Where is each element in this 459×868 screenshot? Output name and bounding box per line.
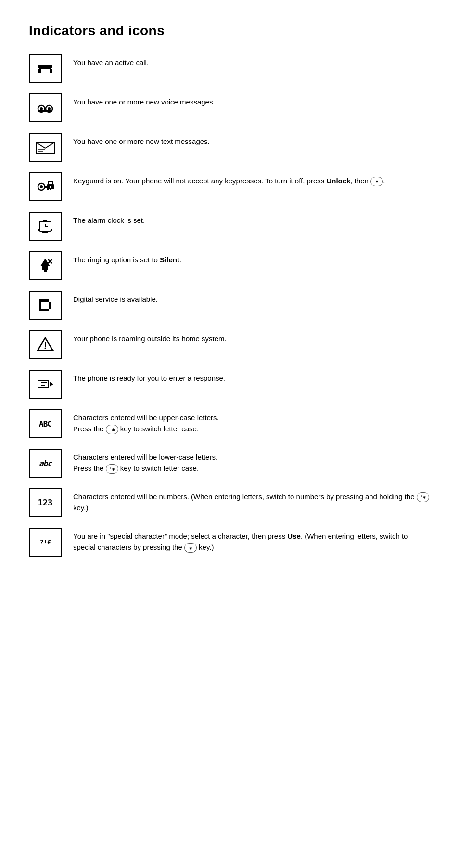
svg-rect-15 [38, 110, 41, 112]
indicator-list: You have an active call. You have one or… [29, 54, 430, 567]
svg-rect-50 [47, 299, 49, 302]
svg-rect-51 [47, 309, 49, 311]
svg-rect-48 [39, 299, 47, 302]
silent-desc: The ringing option is set to Silent. [73, 251, 430, 265]
silent-icon [29, 251, 62, 280]
hash-key-symbol-1: ⁰✱ [106, 425, 118, 434]
digital-icon [29, 291, 62, 320]
svg-rect-52 [49, 302, 51, 309]
svg-rect-3 [50, 65, 52, 67]
list-item: The alarm clock is set. [29, 212, 430, 241]
svg-rect-39 [42, 231, 48, 233]
list-item: Your phone is roaming outside its home s… [29, 330, 430, 359]
list-item: The phone is ready for you to enter a re… [29, 370, 430, 399]
svg-point-56 [45, 348, 46, 349]
list-item: Digital service is available. [29, 291, 430, 320]
uppercase-icon: ABC [29, 409, 62, 438]
keyguard-desc: Keyguard is on. Your phone will not acce… [73, 172, 430, 186]
list-item: ABC Characters entered will be upper-cas… [29, 409, 430, 438]
svg-point-11 [40, 107, 43, 110]
svg-rect-31 [50, 186, 51, 188]
numbers-desc: Characters entered will be numbers. (Whe… [73, 488, 430, 514]
hash-key-symbol-3: ⁰✱ [417, 492, 429, 502]
svg-rect-38 [51, 229, 52, 231]
svg-rect-7 [38, 71, 41, 73]
special-chars-icon: ?!£ [29, 528, 62, 557]
active-call-icon [29, 54, 62, 83]
svg-rect-14 [41, 110, 49, 112]
star-key-symbol-2: ✱ [184, 543, 197, 553]
svg-point-13 [48, 107, 51, 110]
list-item: You have one or more new text messages. [29, 133, 430, 162]
svg-rect-49 [39, 309, 47, 311]
svg-rect-6 [50, 69, 52, 71]
response-icon [29, 370, 62, 399]
list-item: Keyguard is on. Your phone will not acce… [29, 172, 430, 201]
lowercase-desc: Characters entered will be lower-case le… [73, 449, 430, 474]
svg-rect-8 [50, 71, 52, 73]
special-chars-desc: You are in "special character" mode; sel… [73, 528, 430, 553]
svg-rect-5 [38, 69, 41, 71]
roaming-icon [29, 330, 62, 359]
list-item: The ringing option is set to Silent. [29, 251, 430, 280]
keyguard-icon [29, 172, 62, 201]
svg-rect-37 [38, 229, 40, 231]
svg-point-25 [40, 185, 43, 188]
voice-message-desc: You have one or more new voice messages. [73, 93, 430, 107]
list-item: abc Characters entered will be lower-cas… [29, 449, 430, 478]
svg-rect-34 [43, 220, 47, 222]
page-title: Indicators and icons [29, 23, 430, 39]
digital-desc: Digital service is available. [73, 291, 430, 305]
svg-rect-43 [44, 270, 47, 272]
alarm-desc: The alarm clock is set. [73, 212, 430, 226]
text-message-desc: You have one or more new text messages. [73, 133, 430, 147]
uppercase-desc: Characters entered will be upper-case le… [73, 409, 430, 435]
response-desc: The phone is ready for you to enter a re… [73, 370, 430, 384]
list-item: You have an active call. [29, 54, 430, 83]
svg-rect-4 [39, 67, 51, 69]
svg-rect-16 [49, 110, 52, 112]
list-item: 123 Characters entered will be numbers. … [29, 488, 430, 517]
star-key-symbol: ✱ [370, 177, 383, 186]
list-item: You have one or more new voice messages. [29, 93, 430, 122]
svg-rect-42 [42, 266, 48, 270]
hash-key-symbol-2: ⁰✱ [106, 464, 118, 474]
voicemail-icon [29, 93, 62, 122]
roaming-desc: Your phone is roaming outside its home s… [73, 330, 430, 344]
active-call-desc: You have an active call. [73, 54, 430, 68]
lowercase-icon: abc [29, 449, 62, 478]
text-message-icon [29, 133, 62, 162]
alarm-icon [29, 212, 62, 241]
numbers-icon: 123 [29, 488, 62, 517]
list-item: ?!£ You are in "special character" mode;… [29, 528, 430, 557]
